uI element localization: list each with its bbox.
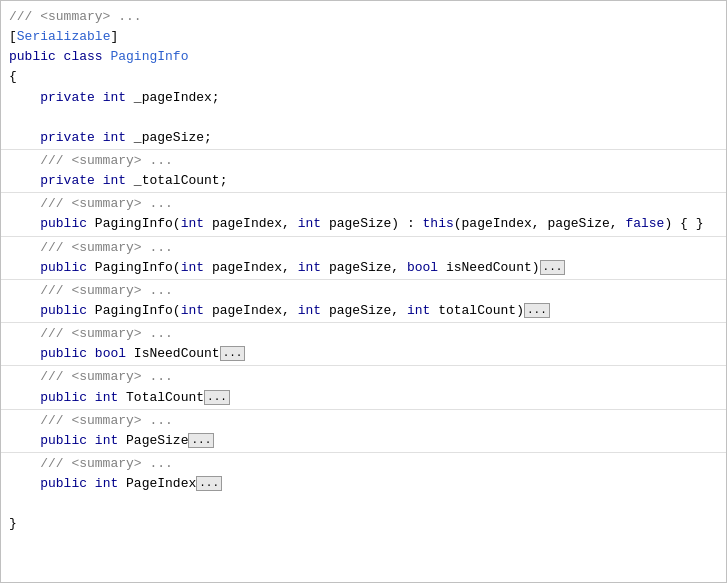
summary-comment-7: /// <summary> ... xyxy=(9,367,173,387)
code-line-12: /// <summary> ... xyxy=(1,194,726,214)
summary-comment-8: /// <summary> ... xyxy=(9,411,173,431)
prop-total-count: TotalCount xyxy=(126,390,204,405)
serializable-attr: Serializable xyxy=(17,29,111,44)
collapsed-block-4[interactable]: ... xyxy=(204,390,230,405)
class-name: PagingInfo xyxy=(110,49,188,64)
prop-is-need-count: IsNeedCount xyxy=(134,346,220,361)
summary-comment-1: /// <summary> ... xyxy=(9,7,142,27)
code-line-1: /// <summary> ... xyxy=(1,7,726,27)
ctor-3: PagingInfo( xyxy=(95,303,181,318)
close-brace: } xyxy=(9,514,17,534)
code-line-13: public PagingInfo(int pageIndex, int pag… xyxy=(1,214,726,234)
code-editor: /// <summary> ... [Serializable] public … xyxy=(0,0,727,583)
code-line-18: /// <summary> ... xyxy=(1,281,726,301)
prop-page-size: PageSize xyxy=(126,433,188,448)
separator-5 xyxy=(1,322,726,323)
code-line-25: public int TotalCount... xyxy=(1,388,726,408)
field-total-count: _totalCount; xyxy=(134,173,228,188)
ctor-2: PagingInfo( xyxy=(95,260,181,275)
code-line-31: public int PageIndex... xyxy=(1,474,726,494)
code-line-10: private int _totalCount; xyxy=(1,171,726,191)
summary-comment-4: /// <summary> ... xyxy=(9,238,173,258)
code-line-16: public PagingInfo(int pageIndex, int pag… xyxy=(1,258,726,278)
code-line-28: public int PageSize... xyxy=(1,431,726,451)
separator-7 xyxy=(1,409,726,410)
code-line-4: { xyxy=(1,67,726,87)
field-page-index: _pageIndex; xyxy=(134,90,220,105)
code-line-19: public PagingInfo(int pageIndex, int pag… xyxy=(1,301,726,321)
code-line-2: [Serializable] xyxy=(1,27,726,47)
summary-comment-3: /// <summary> ... xyxy=(9,194,173,214)
code-line-9: /// <summary> ... xyxy=(1,151,726,171)
separator-3 xyxy=(1,236,726,237)
code-line-30: /// <summary> ... xyxy=(1,454,726,474)
summary-comment-9: /// <summary> ... xyxy=(9,454,173,474)
code-line-32 xyxy=(1,494,726,514)
collapsed-block-3[interactable]: ... xyxy=(220,346,246,361)
separator-6 xyxy=(1,365,726,366)
collapsed-block-1[interactable]: ... xyxy=(540,260,566,275)
summary-comment-6: /// <summary> ... xyxy=(9,324,173,344)
code-line-3: public class PagingInfo xyxy=(1,47,726,67)
keyword-class: class xyxy=(64,49,111,64)
field-page-size: _pageSize; xyxy=(134,130,212,145)
ctor-1: PagingInfo( xyxy=(95,216,181,231)
summary-comment-5: /// <summary> ... xyxy=(9,281,173,301)
separator-2 xyxy=(1,192,726,193)
code-line-24: /// <summary> ... xyxy=(1,367,726,387)
summary-comment-2: /// <summary> ... xyxy=(9,151,173,171)
separator-1 xyxy=(1,149,726,150)
code-line-33: } xyxy=(1,514,726,534)
code-line-5: private int _pageIndex; xyxy=(1,88,726,108)
prop-page-index: PageIndex xyxy=(126,476,196,491)
code-line-22: public bool IsNeedCount... xyxy=(1,344,726,364)
open-brace: { xyxy=(9,67,17,87)
keyword-public: public xyxy=(9,49,64,64)
code-line-21: /// <summary> ... xyxy=(1,324,726,344)
separator-8 xyxy=(1,452,726,453)
collapsed-block-5[interactable]: ... xyxy=(188,433,214,448)
separator-4 xyxy=(1,279,726,280)
code-line-7: private int _pageSize; xyxy=(1,128,726,148)
code-line-6 xyxy=(1,108,726,128)
collapsed-block-2[interactable]: ... xyxy=(524,303,550,318)
collapsed-block-6[interactable]: ... xyxy=(196,476,222,491)
code-line-27: /// <summary> ... xyxy=(1,411,726,431)
code-line-15: /// <summary> ... xyxy=(1,238,726,258)
